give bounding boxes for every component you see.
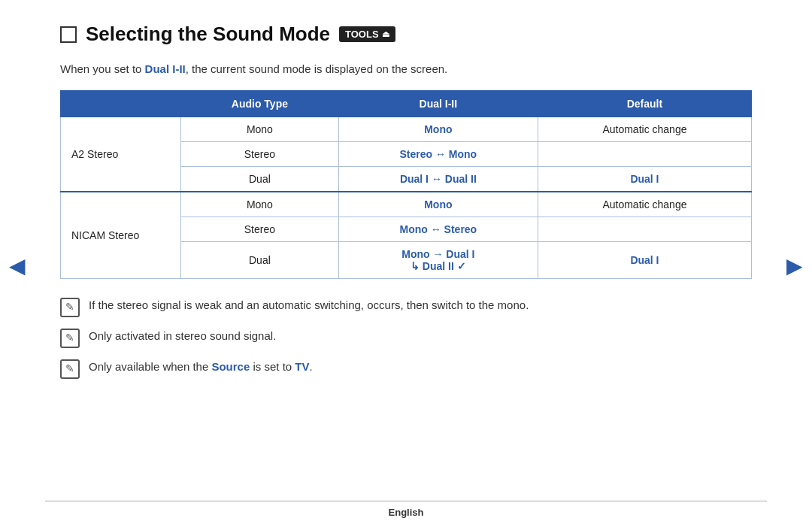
col-header-dual: Dual I-II xyxy=(338,90,538,117)
subtitle-text-after: , the current sound mode is displayed on… xyxy=(186,62,448,75)
tools-badge: TOOLS ⏏ xyxy=(339,26,395,42)
table-cell-default: Dual I xyxy=(538,166,751,192)
table-header-row: Audio Type Dual I-II Default xyxy=(61,90,752,117)
table-cell-audio-type: Stereo xyxy=(181,141,339,166)
table-cell-group: A2 Stereo xyxy=(61,117,181,192)
sound-table: Audio Type Dual I-II Default A2 StereoMo… xyxy=(60,90,752,279)
table-cell-default: Automatic change xyxy=(538,192,751,217)
table-cell-dual: Mono → Dual I↳ Dual II ✓ xyxy=(338,241,538,278)
table-cell-audio-type: Dual xyxy=(181,241,339,278)
col-header-default: Default xyxy=(538,90,751,117)
table-cell-default xyxy=(538,141,751,166)
subtitle: When you set to Dual I-II, the current s… xyxy=(60,61,752,78)
note-icon-2 xyxy=(60,329,80,348)
note-icon-3 xyxy=(60,359,80,379)
note-text-1: If the stereo signal is weak and an auto… xyxy=(89,297,529,314)
title-row: Selecting the Sound Mode TOOLS ⏏ xyxy=(60,23,752,46)
nav-left-arrow[interactable]: ◀ xyxy=(9,253,26,277)
note-item-2: Only activated in stereo sound signal. xyxy=(60,328,752,348)
checkbox-icon xyxy=(60,26,77,43)
footer-text: English xyxy=(389,507,424,518)
source-highlight: Source xyxy=(211,360,250,373)
table-row: NICAM StereoMonoMonoAutomatic change xyxy=(61,192,752,217)
tools-label: TOOLS xyxy=(345,29,379,40)
notes-section: If the stereo signal is weak and an auto… xyxy=(60,297,752,379)
table-cell-group: NICAM Stereo xyxy=(61,192,181,279)
tools-icon: ⏏ xyxy=(382,29,389,39)
note-item-1: If the stereo signal is weak and an auto… xyxy=(60,297,752,317)
page-title: Selecting the Sound Mode xyxy=(86,23,330,46)
footer: English xyxy=(0,507,812,518)
subtitle-text-before: When you set to xyxy=(60,62,145,75)
tv-highlight: TV xyxy=(295,360,309,373)
table-cell-audio-type: Stereo xyxy=(181,217,339,241)
table-cell-audio-type: Mono xyxy=(181,117,339,141)
note-icon-1 xyxy=(60,298,80,317)
table-cell-dual: Stereo ↔ Mono xyxy=(338,141,538,166)
table-cell-default: Dual I xyxy=(538,241,751,278)
col-header-audio-type: Audio Type xyxy=(181,90,339,117)
table-cell-dual: Dual I ↔ Dual II xyxy=(338,166,538,192)
table-row: A2 StereoMonoMonoAutomatic change xyxy=(61,117,752,141)
table-cell-audio-type: Mono xyxy=(181,192,339,217)
table-cell-dual: Mono xyxy=(338,192,538,217)
page-content: Selecting the Sound Mode TOOLS ⏏ When yo… xyxy=(0,0,812,394)
table-cell-default xyxy=(538,217,751,241)
col-header-group xyxy=(61,90,181,117)
subtitle-highlight: Dual I-II xyxy=(145,62,186,75)
table-cell-default: Automatic change xyxy=(538,117,751,141)
note-item-3: Only available when the Source is set to… xyxy=(60,359,752,379)
table-cell-audio-type: Dual xyxy=(181,166,339,192)
note-text-3: Only available when the Source is set to… xyxy=(89,359,313,376)
nav-right-arrow[interactable]: ▶ xyxy=(786,253,803,277)
table-cell-dual: Mono ↔ Stereo xyxy=(338,217,538,241)
table-cell-dual: Mono xyxy=(338,117,538,141)
note-text-2: Only activated in stereo sound signal. xyxy=(89,328,276,345)
footer-line xyxy=(45,501,767,501)
